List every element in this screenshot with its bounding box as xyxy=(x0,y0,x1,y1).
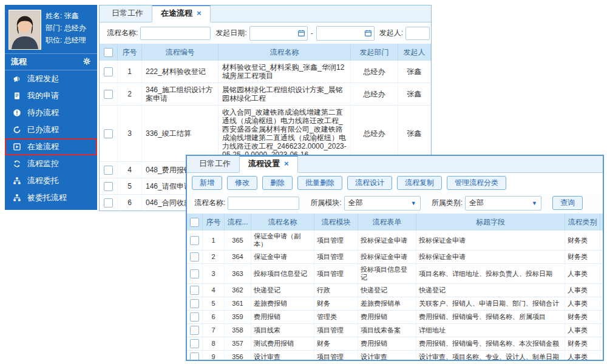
process-name-input[interactable] xyxy=(228,197,299,210)
table-row[interactable]: 6 359 费用报销 管理类 费用报销 费用报销、报销编号、报销名称、所属项目 … xyxy=(187,311,603,324)
calendar-icon[interactable] xyxy=(297,29,305,37)
cell-name: 保证金申请（副本） xyxy=(251,231,314,250)
add-button[interactable]: 新增 xyxy=(192,176,222,190)
row-checkbox[interactable] xyxy=(190,252,199,261)
cell-form: 费用报销 xyxy=(358,311,416,323)
sidebar-item-process-delegation[interactable]: 流程委托 xyxy=(5,172,97,189)
module-select[interactable]: 全部 ▼ xyxy=(344,196,421,211)
tab-in-transit[interactable]: 在途流程 × xyxy=(152,5,211,22)
date-from-field[interactable] xyxy=(253,29,297,38)
sidebar-item-label: 流程监控 xyxy=(27,158,59,169)
cell-title: 投标保证金申请 xyxy=(416,251,565,263)
initiator-label: 发起人: xyxy=(379,28,403,38)
row-checkbox[interactable] xyxy=(190,312,199,322)
table-row[interactable]: 2 346_施工组织设计方案申请 晨铭园林绿化工程组织设计方案_晨铭园林绿化工程… xyxy=(100,83,431,106)
row-checkbox[interactable] xyxy=(104,129,113,138)
table-row[interactable]: 1 222_材料验收登记 材料验收登记_材料采购_张鑫_华润12城房屋工程项目 … xyxy=(100,61,431,83)
cell-form: 投标项目信息登记 xyxy=(358,264,416,283)
select-all-checkbox[interactable] xyxy=(190,218,199,227)
cell-name: 材料验收登记_材料采购_张鑫_华润12城房屋工程项目 xyxy=(219,61,351,83)
tab-label: 日常工作 xyxy=(199,159,231,168)
table-row[interactable]: 8 357 测试费用报销 财务 费用报销 费用报销、报销编号、报销名称、本次报销… xyxy=(187,337,603,351)
row-checkbox[interactable] xyxy=(190,286,199,295)
table-row[interactable]: 1 365 保证金申请（副本） 项目管理 投标保证金申请 投标保证金申请 财务类 xyxy=(187,231,603,251)
avatar xyxy=(8,10,41,50)
cell-form: 投标保证金申请 xyxy=(358,251,416,263)
sidebar-item-my-applications[interactable]: 我的申请 xyxy=(5,87,97,104)
sidebar-item-process-monitor[interactable]: 流程监控 xyxy=(5,155,97,172)
cell-category: 人事类 xyxy=(565,351,600,361)
row-checkbox[interactable] xyxy=(104,166,113,175)
table-row[interactable]: 3 336_竣工结算 收入合同_改建铁路成渝线增建第二直通线（成渝枢纽）电力线路… xyxy=(100,106,431,162)
query-button[interactable]: 查询 xyxy=(552,196,583,210)
process-copy-button[interactable]: 流程复制 xyxy=(397,176,442,190)
gear-icon[interactable] xyxy=(83,57,91,67)
date-to-field[interactable] xyxy=(319,29,364,38)
cell-person: 张鑫 xyxy=(398,61,431,83)
tab-bar: 日常工作 流程设置 × xyxy=(187,156,603,173)
cell-title: 详细地址 xyxy=(416,324,565,337)
table-row[interactable]: 5 361 差旅费报销 财务 差旅费报销单 关联客户、报销人、申请日期、部门、报… xyxy=(187,297,603,311)
initiator-input[interactable] xyxy=(405,27,430,40)
cell-category: 财务类 xyxy=(565,231,600,250)
delete-button[interactable]: 删除 xyxy=(262,176,293,190)
cell-title: 投标保证金申请 xyxy=(416,231,565,250)
cell-module: 财务 xyxy=(314,337,358,350)
document-icon xyxy=(12,91,22,101)
row-checkbox[interactable] xyxy=(190,299,199,308)
row-checkbox[interactable] xyxy=(190,339,199,348)
cell-code: 222_材料验收登记 xyxy=(142,61,219,83)
module-select-value: 全部 xyxy=(348,198,363,208)
sidebar-item-process-start[interactable]: 流程发起 xyxy=(5,70,97,87)
row-checkbox[interactable] xyxy=(190,352,199,361)
chevron-down-icon: ▼ xyxy=(532,200,537,206)
cell-id: 362 xyxy=(225,284,251,297)
tab-label: 日常工作 xyxy=(112,8,143,18)
close-icon[interactable]: × xyxy=(284,161,289,167)
tab-daily-work[interactable]: 日常工作 xyxy=(103,5,152,22)
category-select[interactable]: 全部 ▼ xyxy=(465,196,541,211)
table-row[interactable]: 3 363 投标项目信息登记 项目管理 投标项目信息登记 项目名称、详细地址、投… xyxy=(187,264,603,284)
manage-category-button[interactable]: 管理流程分类 xyxy=(447,176,506,190)
cell-seq: 8 xyxy=(203,337,225,350)
sidebar-item-delegated-processes[interactable]: 被委托流程 xyxy=(5,189,97,206)
process-design-button[interactable]: 流程设计 xyxy=(347,176,392,190)
cell-name: 投标项目信息登记 xyxy=(251,264,314,283)
cell-person: 张鑫 xyxy=(398,83,431,105)
tab-process-settings[interactable]: 流程设置 × xyxy=(239,155,298,173)
table-row[interactable]: 4 362 快递登记 行政 快递登记 快递登记 人事类 xyxy=(187,284,603,297)
col-name: 流程名称 xyxy=(251,214,314,231)
cell-seq: 3 xyxy=(203,264,225,283)
tab-daily-work[interactable]: 日常工作 xyxy=(191,156,239,172)
table-row[interactable]: 2 364 保证金申请 项目管理 投标保证金申请 投标保证金申请 财务类 xyxy=(187,251,603,264)
row-checkbox[interactable] xyxy=(190,269,199,278)
row-checkbox[interactable] xyxy=(104,67,113,76)
cell-category: 财务类 xyxy=(565,311,600,323)
process-name-input[interactable] xyxy=(140,27,211,40)
sidebar-item-in-transit-processes[interactable]: 在途流程 xyxy=(5,138,97,155)
cell-title: 费用报销、报销编号、报销名称、所属项目 xyxy=(416,311,565,323)
cell-title: 快递登记 xyxy=(416,284,565,297)
row-checkbox[interactable] xyxy=(104,90,113,99)
edit-button[interactable]: 修改 xyxy=(227,176,257,190)
table-row[interactable]: 7 358 项目线索 项目管理 项目线索备案 详细地址 人事类 xyxy=(187,324,603,337)
sidebar-menu: 流程发起 我的申请 待办流程 已办流程 xyxy=(5,70,97,206)
calendar-icon[interactable] xyxy=(364,29,372,37)
cell-person: 张鑫 xyxy=(398,106,431,161)
row-checkbox[interactable] xyxy=(190,326,199,335)
close-icon[interactable]: × xyxy=(197,10,202,16)
row-checkbox[interactable] xyxy=(104,198,113,207)
select-all-checkbox[interactable] xyxy=(104,48,113,57)
date-to-input[interactable] xyxy=(316,26,375,41)
cell-category: 人事类 xyxy=(565,324,600,337)
date-from-input[interactable] xyxy=(249,26,308,41)
row-checkbox[interactable] xyxy=(104,182,113,191)
cell-code: 346_施工组织设计方案申请 xyxy=(142,83,219,105)
sidebar-item-pending-processes[interactable]: 待办流程 xyxy=(5,104,97,121)
process-section-header: 流程 xyxy=(5,54,97,70)
batch-delete-button[interactable]: 批量删除 xyxy=(297,176,342,190)
sidebar-item-completed-processes[interactable]: 已办流程 xyxy=(5,121,97,138)
cell-category: 财务类 xyxy=(565,251,600,263)
table-row[interactable]: 9 356 设计审查 项目管理 设计审查 设计审查、项目名称、专业、设计人、制单… xyxy=(187,351,603,361)
row-checkbox[interactable] xyxy=(190,236,199,245)
